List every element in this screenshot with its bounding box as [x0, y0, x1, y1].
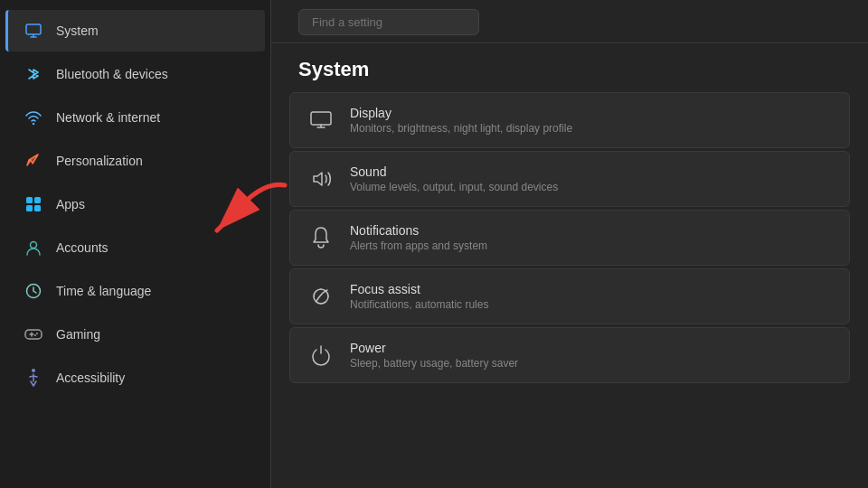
personalization-icon	[24, 151, 43, 171]
settings-item-notifications[interactable]: Notifications Alerts from apps and syste…	[289, 210, 850, 266]
display-icon	[308, 108, 334, 133]
accessibility-icon	[24, 368, 43, 388]
sidebar-item-system[interactable]: System	[5, 10, 265, 52]
time-icon	[24, 281, 43, 301]
sidebar-item-bluetooth[interactable]: Bluetooth & devices	[5, 53, 265, 95]
sidebar-item-network[interactable]: Network & internet	[5, 97, 265, 138]
sound-text: Sound Volume levels, output, input, soun…	[350, 164, 558, 193]
svg-point-11	[32, 369, 35, 372]
notifications-title: Notifications	[350, 223, 487, 238]
sound-icon	[308, 166, 334, 192]
sidebar-item-gaming[interactable]: Gaming	[5, 314, 265, 355]
bluetooth-icon	[24, 64, 43, 84]
power-icon	[308, 343, 334, 368]
focus-text: Focus assist Notifications, automatic ru…	[350, 282, 488, 311]
system-icon	[24, 21, 43, 41]
sidebar-item-time-label: Time & language	[56, 284, 151, 298]
settings-item-focus[interactable]: Focus assist Notifications, automatic ru…	[289, 268, 850, 324]
focus-subtitle: Notifications, automatic rules	[350, 298, 488, 311]
gaming-icon	[24, 324, 43, 344]
power-subtitle: Sleep, battery usage, battery saver	[350, 357, 518, 370]
sidebar: System Bluetooth & devices Network & int…	[0, 0, 271, 488]
sidebar-item-bluetooth-label: Bluetooth & devices	[56, 67, 168, 81]
sidebar-item-gaming-label: Gaming	[56, 327, 100, 342]
sidebar-item-personalization[interactable]: Personalization	[5, 140, 265, 182]
apps-icon	[24, 194, 43, 214]
sidebar-item-accessibility-label: Accessibility	[56, 371, 125, 385]
sidebar-item-apps-label: Apps	[56, 197, 85, 211]
sidebar-item-apps[interactable]: Apps	[5, 183, 265, 225]
focus-title: Focus assist	[350, 282, 488, 296]
main-header	[271, 0, 868, 43]
sidebar-item-personalization-label: Personalization	[56, 154, 143, 168]
svg-point-6	[31, 242, 37, 249]
sidebar-item-time[interactable]: Time & language	[5, 270, 265, 312]
display-text: Display Monitors, brightness, night ligh…	[350, 106, 572, 135]
search-input[interactable]	[298, 9, 479, 35]
svg-rect-5	[34, 205, 41, 211]
svg-point-10	[34, 334, 36, 336]
power-title: Power	[350, 341, 518, 355]
sidebar-item-system-label: System	[56, 23, 99, 38]
settings-item-power[interactable]: Power Sleep, battery usage, battery save…	[289, 327, 850, 383]
notifications-icon	[308, 225, 334, 250]
power-text: Power Sleep, battery usage, battery save…	[350, 341, 518, 370]
svg-rect-13	[311, 112, 331, 125]
notifications-subtitle: Alerts from apps and system	[350, 239, 487, 252]
sound-subtitle: Volume levels, output, input, sound devi…	[350, 181, 558, 193]
sidebar-item-accessibility[interactable]: Accessibility	[5, 357, 265, 399]
network-icon	[24, 108, 43, 127]
svg-rect-0	[26, 24, 41, 34]
svg-point-9	[36, 333, 38, 334]
svg-rect-4	[26, 205, 33, 211]
sidebar-item-network-label: Network & internet	[56, 110, 160, 125]
svg-rect-3	[34, 197, 41, 203]
notifications-text: Notifications Alerts from apps and syste…	[350, 223, 487, 252]
display-title: Display	[350, 106, 572, 120]
svg-rect-2	[26, 197, 33, 203]
sound-title: Sound	[350, 164, 558, 179]
focus-icon	[308, 284, 334, 309]
sidebar-item-accounts[interactable]: Accounts	[5, 227, 265, 268]
page-title: System	[271, 43, 868, 92]
display-subtitle: Monitors, brightness, night light, displ…	[350, 122, 572, 135]
settings-list: Display Monitors, brightness, night ligh…	[271, 92, 868, 488]
sidebar-item-accounts-label: Accounts	[56, 240, 108, 255]
accounts-icon	[24, 238, 43, 258]
main-content: System Display Monitors, brightness, nig…	[271, 0, 868, 488]
settings-item-display[interactable]: Display Monitors, brightness, night ligh…	[289, 92, 850, 148]
svg-point-1	[33, 123, 34, 125]
settings-item-sound[interactable]: Sound Volume levels, output, input, soun…	[289, 151, 850, 207]
